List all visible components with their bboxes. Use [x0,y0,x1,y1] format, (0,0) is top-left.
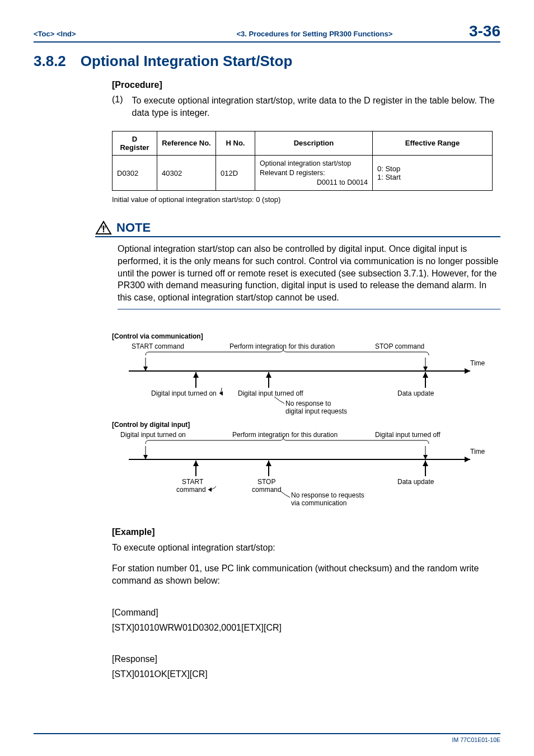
page-footer: IM 77C01E01-10E [34,733,500,743]
svg-marker-18 [465,457,470,462]
svg-marker-28 [423,461,428,466]
section-title-row: 3.8.2 Optional Integration Start/Stop [34,53,500,70]
diagram-data-update-1: Data update [397,389,434,397]
diagram-perform-1: Perform integration for this duration [229,342,335,350]
table-header-row: D Register Reference No. H No. Descripti… [113,131,493,155]
desc-line-1: Optional integration start/stop [260,159,351,167]
page-header: <Toc> <Ind> <3. Procedures for Setting P… [34,22,500,43]
th-desc: Description [255,131,373,155]
td-dreg: D0302 [113,155,157,191]
diagram-start-cmd: START command [132,342,184,350]
svg-marker-13 [266,372,271,378]
footer-doc-id: IM 77C01E01-10E [452,736,500,743]
td-range: 0: Stop 1: Start [373,155,493,191]
td-hno: 012D [216,155,255,191]
diagram-di-off-1: Digital input turned off [238,389,303,397]
desc-line-2: Relevant D registers: [260,168,368,178]
svg-marker-11 [193,372,199,378]
th-dreg: D Register [113,131,157,155]
range-line-2: 1: Start [377,173,401,181]
svg-marker-5 [465,368,470,374]
note-header: NOTE [95,220,500,237]
example-body: For station number 01, use PC link commu… [112,562,500,588]
svg-marker-15 [423,372,428,378]
svg-marker-20 [143,455,148,459]
diagram-data-update-2: Data update [397,478,434,486]
td-refno: 40302 [157,155,216,191]
diagram-command-1: command [176,486,206,494]
diagram-noresp-di-2: digital input requests [285,407,347,415]
diagram-time-1: Time [470,359,485,367]
example-label: [Example] [112,527,500,537]
diagram-stop-cmd: STOP command [375,342,424,350]
note-body: Optional integration start/stop can also… [118,243,500,303]
ind-link[interactable]: <Ind> [57,30,76,38]
table-caption: Initial value of optional integration st… [112,195,500,204]
timing-diagram: [Control via communication] START comman… [112,332,500,507]
diagram-di-on-2: Digital input turned on [120,431,186,439]
table-row: D0302 40302 012D Optional integration st… [113,155,493,191]
diagram-di-on-1: Digital input turned on [151,389,217,397]
command-label: [Command] [112,605,500,620]
command-value: [STX]01010WRW01D0302,0001[ETX][CR] [112,621,500,635]
svg-marker-24 [193,461,199,466]
diagram-comm-header: [Control via communication] [112,332,203,340]
diagram-noresp-di-1: No response to [285,400,331,407]
note-bottom-rule [118,309,500,309]
th-range: Effective Range [373,131,493,155]
svg-marker-22 [423,455,428,459]
td-desc: Optional integration start/stop Relevant… [255,155,373,191]
note-title: NOTE [116,220,151,235]
svg-marker-7 [143,367,148,371]
step-number: (1) [112,95,123,120]
response-label: [Response] [112,652,500,666]
diagram-di-off-2: Digital input turned off [375,431,441,439]
example-intro: To execute optional integration start/st… [112,542,500,554]
svg-marker-9 [423,367,428,371]
response-value: [STX]0101OK[ETX][CR] [112,667,500,682]
diagram-di-header: [Control by digital input] [112,421,190,429]
svg-marker-26 [266,461,271,466]
th-hno: H No. [216,131,255,155]
diagram-perform-2: Perform integration for this duration [232,431,338,439]
desc-line-3: D0011 to D0014 [260,178,368,187]
dregister-table: D Register Reference No. H No. Descripti… [112,131,493,191]
diagram-command-2: command [252,486,282,494]
diagram-noresp-comm-2: via communication [291,499,346,505]
procedure-label: [Procedure] [112,80,500,90]
section-title: Optional Integration Start/Stop [81,53,292,70]
th-refno: Reference No. [157,131,216,155]
breadcrumb[interactable]: <3. Procedures for Setting PR300 Functio… [160,30,469,38]
diagram-noresp-comm-1: No response to requests [291,491,364,499]
page-number: 3-36 [469,22,500,40]
diagram-stop-word: STOP [257,478,275,486]
caution-icon [95,220,112,235]
diagram-start-word: START [182,478,204,486]
toc-link[interactable]: <Toc> [34,30,54,38]
svg-marker-29 [208,487,212,492]
diagram-time-2: Time [470,448,485,456]
svg-point-2 [103,231,105,233]
range-line-1: 0: Stop [377,165,400,173]
section-number: 3.8.2 [34,53,66,70]
step-text: To execute optional integration start/st… [132,95,500,120]
